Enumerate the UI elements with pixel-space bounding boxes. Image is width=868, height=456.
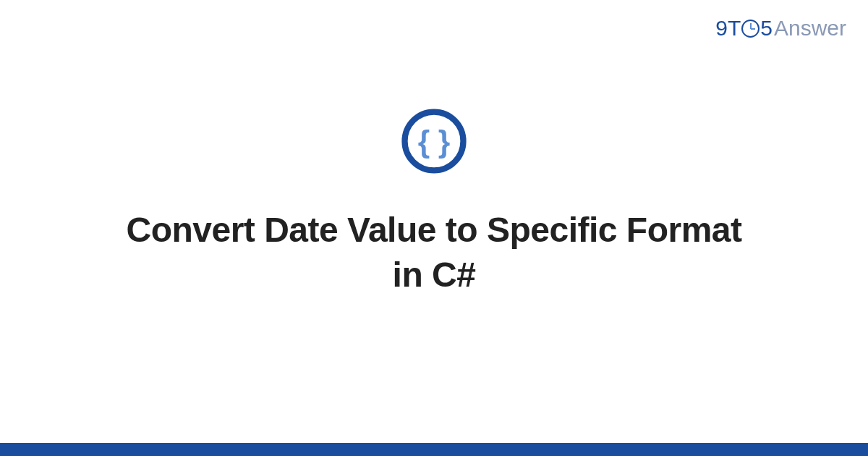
main-content: { } Convert Date Value to Specific Forma… xyxy=(0,0,868,456)
svg-text:{ }: { } xyxy=(418,124,451,158)
page-title: Convert Date Value to Specific Format in… xyxy=(109,208,760,298)
bottom-accent-bar xyxy=(0,443,868,456)
code-braces-icon: { } xyxy=(401,108,467,174)
